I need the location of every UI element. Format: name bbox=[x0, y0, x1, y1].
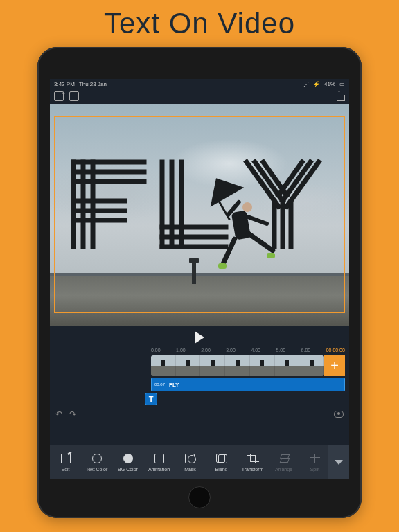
app-screen: 3:43 PM Thu 23 Jan ⋰ ⚡ 41% ▭ bbox=[50, 79, 349, 479]
timeline: 0.00 1.00 2.00 3.00 4.00 5.00 6.00 00:00… bbox=[50, 346, 349, 405]
projects-icon[interactable] bbox=[69, 91, 79, 101]
transform-icon bbox=[247, 452, 259, 465]
clip-thumbnail bbox=[275, 355, 300, 376]
tool-mask[interactable]: Mask bbox=[175, 452, 206, 472]
time-ruler: 0.00 1.00 2.00 3.00 4.00 5.00 6.00 00:00… bbox=[54, 346, 345, 354]
battery-percent: 41% bbox=[324, 81, 335, 87]
share-icon[interactable] bbox=[335, 91, 345, 101]
clip-thumbnail bbox=[299, 355, 324, 376]
status-date: Thu 23 Jan bbox=[79, 81, 107, 87]
video-clip-track[interactable] bbox=[151, 355, 324, 376]
overlay-text[interactable] bbox=[71, 159, 324, 249]
blend-icon bbox=[215, 452, 228, 465]
tool-blend[interactable]: Blend bbox=[206, 452, 237, 472]
tool-label: Split bbox=[310, 467, 320, 472]
clip-thumbnail bbox=[200, 355, 225, 376]
ruler-total: 00:00:00 bbox=[326, 348, 345, 353]
clip-thumbnail bbox=[250, 355, 275, 376]
split-icon bbox=[309, 452, 321, 465]
tool-animation[interactable]: Animation bbox=[143, 452, 175, 472]
tool-arrange: Arrange bbox=[268, 452, 299, 472]
ruler-tick: 3.00 bbox=[226, 348, 236, 353]
ruler-tick: 0.00 bbox=[151, 348, 161, 353]
history-row: ↶ ↷ bbox=[50, 405, 349, 422]
charging-icon: ⚡ bbox=[313, 81, 320, 87]
status-time: 3:43 PM bbox=[54, 81, 75, 87]
video-preview[interactable] bbox=[50, 104, 349, 326]
tool-edit[interactable]: Edit bbox=[50, 452, 81, 472]
letter-y bbox=[241, 159, 324, 249]
tool-label: Arrange bbox=[275, 467, 292, 472]
new-project-icon[interactable] bbox=[54, 91, 64, 101]
tool-label: Animation bbox=[148, 467, 170, 472]
bg-color-icon bbox=[122, 452, 134, 465]
clip-thumbnail bbox=[176, 355, 201, 376]
play-button[interactable] bbox=[50, 331, 349, 344]
tool-label: Mask bbox=[184, 467, 196, 472]
tool-label: Blend bbox=[215, 467, 228, 472]
text-clip-label: FLY bbox=[169, 382, 179, 388]
letter-f bbox=[71, 159, 147, 249]
tool-split: Split bbox=[299, 452, 328, 472]
ruler-tick: 4.00 bbox=[251, 348, 260, 353]
play-icon bbox=[195, 331, 204, 344]
bottom-toolbar: Edit Text Color BG Color Animation Mask bbox=[50, 445, 349, 479]
hero-title: Text On Video bbox=[0, 0, 399, 40]
home-button[interactable] bbox=[188, 486, 211, 508]
add-clip-button[interactable]: + bbox=[324, 355, 345, 376]
battery-icon: ▭ bbox=[339, 81, 345, 87]
top-bar bbox=[50, 89, 349, 104]
tool-label: Text Color bbox=[86, 467, 108, 472]
wifi-icon: ⋰ bbox=[303, 81, 309, 87]
tool-bg-color[interactable]: BG Color bbox=[112, 452, 143, 472]
text-clip-track[interactable]: 00:07 FLY bbox=[151, 378, 345, 391]
undo-icon[interactable]: ↶ bbox=[55, 409, 62, 419]
visibility-icon[interactable] bbox=[334, 411, 344, 418]
tool-transform[interactable]: Transform bbox=[237, 452, 268, 472]
clip-thumbnail bbox=[225, 355, 250, 376]
ruler-tick: 2.00 bbox=[201, 348, 211, 353]
tablet-frame: 3:43 PM Thu 23 Jan ⋰ ⚡ 41% ▭ bbox=[37, 47, 362, 518]
redo-icon[interactable]: ↷ bbox=[69, 409, 76, 419]
arrange-icon bbox=[278, 452, 290, 465]
playhead-marker[interactable]: T bbox=[145, 393, 157, 405]
ruler-tick: 6.00 bbox=[301, 348, 311, 353]
ruler-tick: 1.00 bbox=[176, 348, 186, 353]
clip-thumbnail bbox=[151, 355, 176, 376]
status-bar: 3:43 PM Thu 23 Jan ⋰ ⚡ 41% ▭ bbox=[50, 79, 349, 89]
toolbar-collapse-button[interactable] bbox=[328, 445, 349, 479]
tool-text-color[interactable]: Text Color bbox=[81, 452, 112, 472]
animation-icon bbox=[153, 452, 166, 465]
mask-icon bbox=[184, 452, 197, 465]
tool-label: BG Color bbox=[118, 467, 138, 472]
text-color-icon bbox=[91, 452, 103, 465]
tool-label: Transform bbox=[242, 467, 264, 472]
chevron-down-icon bbox=[335, 460, 343, 465]
edit-icon bbox=[60, 452, 72, 465]
letter-l bbox=[159, 159, 229, 249]
tool-label: Edit bbox=[61, 467, 69, 472]
ruler-tick: 5.00 bbox=[276, 348, 285, 353]
text-clip-time: 00:07 bbox=[154, 382, 165, 387]
